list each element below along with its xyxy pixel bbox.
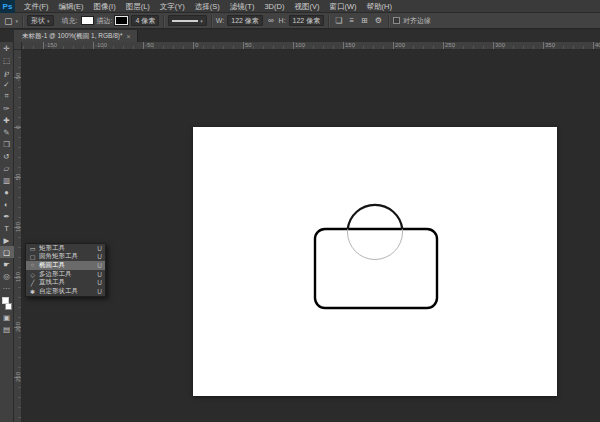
- ruler-label: -100: [95, 42, 107, 48]
- background-color-swatch[interactable]: [5, 303, 12, 310]
- tools-panel: ✛ ⬚ ℘ ✓ ⌗ ✑ ✚ ✎ ❐ ↺ ▱ ▥ ● ◐ ✒ T ▶ ▢ ☛ ◎ …: [0, 42, 14, 422]
- history-brush-tool[interactable]: ↺: [0, 150, 14, 162]
- stroke-style-preview: [172, 20, 198, 22]
- menu-window[interactable]: 窗口(W): [324, 0, 361, 13]
- shape-width-value: 122 像素: [231, 16, 259, 26]
- eraser-tool[interactable]: ▱: [0, 162, 14, 174]
- menu-layer[interactable]: 图层(L): [121, 0, 155, 13]
- polygon-icon: ◇: [29, 271, 36, 278]
- tool-mode-select[interactable]: 形状 ▾: [27, 15, 54, 26]
- chevron-down-icon: ▾: [47, 18, 50, 24]
- close-icon[interactable]: ×: [127, 33, 131, 40]
- canvas[interactable]: [193, 127, 557, 396]
- line-icon: ╱: [29, 279, 36, 286]
- path-selection-tool[interactable]: ▶: [0, 234, 14, 246]
- path-alignment-icon[interactable]: ≡: [347, 16, 356, 25]
- ruler-label: 200: [15, 317, 21, 337]
- flyout-item-rectangle-tool[interactable]: ▭ 矩形工具 U: [26, 244, 105, 253]
- hand-tool[interactable]: ☛: [0, 258, 14, 270]
- ruler-label: -150: [45, 42, 57, 48]
- menu-bar: Ps 文件(F) 编辑(E) 图像(I) 图层(L) 文字(Y) 选择(S) 滤…: [0, 0, 600, 13]
- flyout-item-shortcut: U: [97, 253, 102, 260]
- crop-tool[interactable]: ⌗: [0, 90, 14, 102]
- stroke-width-input[interactable]: 4 像素: [131, 15, 159, 26]
- width-label: W:: [216, 17, 224, 24]
- shape-tool[interactable]: ▢: [0, 246, 14, 258]
- menu-edit[interactable]: 编辑(E): [54, 0, 89, 13]
- flyout-item-shortcut: U: [97, 288, 102, 295]
- quick-mask-button[interactable]: ▣: [0, 311, 14, 323]
- ruler-label: 400: [595, 42, 600, 48]
- shape-height-input[interactable]: 122 像素: [289, 15, 325, 26]
- blur-tool[interactable]: ●: [0, 186, 14, 198]
- stroke-style-select[interactable]: ▾: [168, 15, 207, 26]
- link-dimensions-icon[interactable]: ∞: [266, 16, 276, 25]
- photoshop-logo: Ps: [0, 0, 15, 13]
- flyout-item-custom-shape-tool[interactable]: ✱ 自定形状工具 U: [26, 287, 105, 296]
- move-tool[interactable]: ✛: [0, 42, 14, 54]
- gear-icon[interactable]: ⚙: [373, 16, 384, 25]
- fill-label: 填充:: [62, 16, 78, 26]
- ruler-label: -50: [145, 42, 154, 48]
- menu-image[interactable]: 图像(I): [89, 0, 121, 13]
- brush-tool[interactable]: ✎: [0, 126, 14, 138]
- document-tab[interactable]: 未标题-1 @ 100%(椭圆 1, RGB/8)* ×: [14, 30, 138, 42]
- zoom-tool[interactable]: ◎: [0, 270, 14, 282]
- shape-width-input[interactable]: 122 像素: [227, 15, 263, 26]
- chevron-down-icon: ▾: [16, 18, 19, 24]
- ruler-label: 200: [395, 42, 405, 48]
- foreground-color-swatch[interactable]: [2, 297, 9, 304]
- menu-filter[interactable]: 滤镜(T): [225, 0, 260, 13]
- stroke-label: 描边:: [97, 16, 113, 26]
- align-edges-checkbox[interactable]: [393, 17, 400, 24]
- rounded-rectangle-icon: ▢: [29, 253, 36, 260]
- pen-tool[interactable]: ✒: [0, 210, 14, 222]
- dodge-tool[interactable]: ◐: [0, 198, 14, 210]
- flyout-item-rounded-rectangle-tool[interactable]: ▢ 圆角矩形工具 U: [26, 253, 105, 262]
- eyedropper-tool[interactable]: ✑: [0, 102, 14, 114]
- flyout-item-line-tool[interactable]: ╱ 直线工具 U: [26, 278, 105, 287]
- healing-brush-tool[interactable]: ✚: [0, 114, 14, 126]
- path-arrangement-icon[interactable]: ⊞: [359, 16, 370, 25]
- tool-preset-picker[interactable]: ▢ ▾: [0, 13, 22, 28]
- flyout-item-shortcut: U: [97, 279, 102, 286]
- menu-view[interactable]: 视图(V): [289, 0, 324, 13]
- menu-3d[interactable]: 3D(D): [259, 0, 289, 13]
- lasso-tool[interactable]: ℘: [0, 66, 14, 78]
- shape-height-value: 122 像素: [293, 16, 321, 26]
- stroke-color-swatch[interactable]: [115, 16, 128, 25]
- ruler-label: -50: [15, 67, 21, 87]
- ruler-label: 100: [15, 217, 21, 237]
- ruler-label: 350: [545, 42, 555, 48]
- flyout-item-shortcut: U: [97, 262, 102, 269]
- flyout-item-polygon-tool[interactable]: ◇ 多边形工具 U: [26, 270, 105, 279]
- ruler-label: 50: [15, 167, 21, 187]
- flyout-item-shortcut: U: [97, 245, 102, 252]
- type-tool[interactable]: T: [0, 222, 14, 234]
- canvas-artwork: [193, 127, 557, 396]
- tool-options-bar: ▢ ▾ 形状 ▾ 填充: 描边: 4 像素 ▾: [0, 13, 600, 29]
- rounded-rectangle-shape: [315, 229, 437, 308]
- menu-help[interactable]: 帮助(H): [362, 0, 397, 13]
- ruler-label: 0: [195, 42, 198, 48]
- ruler-label: 300: [495, 42, 505, 48]
- custom-shape-icon: ✱: [29, 288, 36, 295]
- path-operations-icon[interactable]: ❏: [333, 16, 344, 25]
- ruler-label: 0: [15, 117, 21, 137]
- menu-file[interactable]: 文件(F): [19, 0, 54, 13]
- rectangle-icon: ▭: [29, 245, 36, 252]
- more-tools-button[interactable]: ···: [0, 282, 14, 294]
- gradient-tool[interactable]: ▥: [0, 174, 14, 186]
- chevron-down-icon: ▾: [200, 18, 203, 24]
- fill-color-swatch[interactable]: [81, 16, 94, 25]
- marquee-tool[interactable]: ⬚: [0, 54, 14, 66]
- clone-stamp-tool[interactable]: ❐: [0, 138, 14, 150]
- menu-type[interactable]: 文字(Y): [155, 0, 190, 13]
- color-swatches[interactable]: [0, 296, 14, 311]
- photoshop-window: Ps 文件(F) 编辑(E) 图像(I) 图层(L) 文字(Y) 选择(S) 滤…: [0, 0, 600, 422]
- flyout-item-label: 自定形状工具: [39, 287, 94, 296]
- flyout-item-ellipse-tool[interactable]: ○ 椭圆工具 U: [26, 261, 105, 270]
- menu-select[interactable]: 选择(S): [190, 0, 225, 13]
- quick-selection-tool[interactable]: ✓: [0, 78, 14, 90]
- screen-mode-button[interactable]: ▤: [0, 323, 14, 335]
